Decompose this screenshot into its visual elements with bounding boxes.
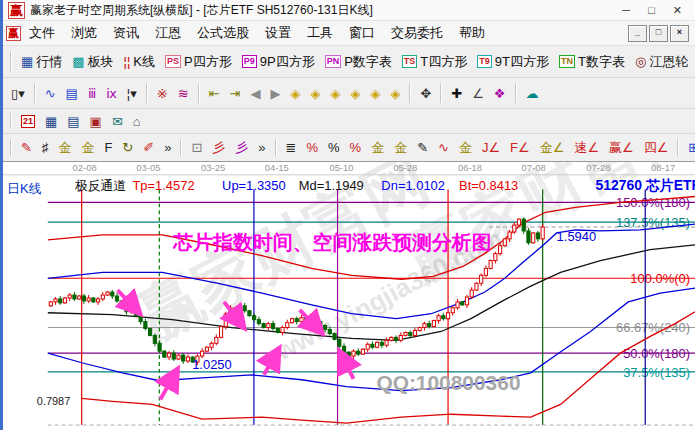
t-table-button[interactable]: TNT数字表	[554, 51, 630, 73]
grid-tool-button[interactable]: ♯	[37, 138, 54, 157]
diamond-left-button[interactable]: ◈	[285, 84, 305, 103]
current-price-label: 1.5940	[557, 229, 597, 244]
t9-square-button[interactable]: T99T四方形	[472, 51, 554, 73]
maximize-button[interactable]: □	[648, 4, 655, 17]
wave-tool-button[interactable]: ∿	[433, 138, 454, 157]
p-square-button[interactable]: PSP四方形	[160, 51, 237, 73]
candlestick	[342, 346, 345, 352]
mail-button[interactable]: ✉	[107, 112, 128, 131]
draw-overflow-button[interactable]: »	[159, 138, 176, 157]
gann-wheel-button[interactable]: ◎江恩轮	[630, 51, 693, 73]
low-price-label: 1.0250	[192, 357, 232, 372]
menu-item-7[interactable]: 窗口	[341, 22, 383, 44]
p-square-icon: PS	[165, 55, 181, 68]
last-page-button[interactable]: ⇥	[224, 84, 245, 103]
speed-angle-button[interactable]: 速∠	[569, 138, 604, 157]
gold-angle-button[interactable]: 金	[454, 138, 477, 157]
volume-profile-button[interactable]: ≋	[173, 84, 194, 103]
fan-red-icon: 彡	[212, 140, 225, 155]
close-button[interactable]: ✕	[673, 4, 682, 17]
gold-circle-button[interactable]: 金	[366, 138, 389, 157]
system-button[interactable]: ⌂	[128, 112, 146, 131]
calendar-button[interactable]: 21	[16, 113, 40, 130]
spiral-button[interactable]: ↻	[117, 138, 138, 157]
gold-line-button[interactable]: 金	[389, 138, 412, 157]
gold-line-icon: 金	[394, 140, 407, 155]
menu-item-5[interactable]: 设置	[257, 22, 299, 44]
candlestick	[399, 335, 402, 340]
angle-measure-icon: ∠	[472, 86, 484, 101]
menu-item-8[interactable]: 交易委托	[383, 22, 451, 44]
menu-item-6[interactable]: 工具	[299, 22, 341, 44]
cycle9-button[interactable]: ⅸ	[101, 84, 122, 103]
first-page-button[interactable]: ⇤	[204, 84, 225, 103]
minimize-button[interactable]: ─	[622, 4, 630, 17]
save-button[interactable]: ▣	[85, 112, 107, 131]
fan-overflow-button[interactable]: »	[253, 138, 270, 157]
candlestick	[352, 351, 355, 356]
diamond-left-icon: ◈	[290, 86, 300, 101]
diamond-compress-button[interactable]: ◈	[385, 84, 405, 103]
candlestick	[106, 292, 109, 295]
j-angle-button[interactable]: J∠	[477, 138, 505, 157]
menu-item-2[interactable]: 资讯	[105, 22, 147, 44]
angle-measure-button[interactable]: ∠	[467, 84, 489, 103]
f10-info-button[interactable]: ▤	[61, 84, 83, 103]
sectors-button[interactable]: ▩板块	[67, 51, 118, 73]
gold-angle2-button[interactable]: 金∠	[535, 138, 570, 157]
fan-red-button[interactable]: 彡	[207, 138, 230, 157]
pattern-search-button[interactable]: ∿	[40, 84, 61, 103]
diamond-right-button[interactable]: ◈	[305, 84, 325, 103]
draw-brush-button[interactable]: ✎	[16, 138, 37, 157]
gold-ladder2-button[interactable]: 金	[76, 138, 99, 157]
kline-style-button[interactable]: ▯▾	[6, 84, 30, 103]
four-angle-button[interactable]: 四∠	[639, 138, 674, 157]
kline-button[interactable]: ¦¦K线	[119, 51, 160, 73]
scale-tool-button[interactable]: ≣	[281, 138, 302, 157]
grid-blue-button[interactable]: ⊞	[683, 138, 695, 157]
cloud-lines-button[interactable]: ☁	[521, 84, 544, 103]
percent-button[interactable]: %	[323, 138, 345, 157]
marker-brush-button[interactable]: ✐	[138, 138, 159, 157]
gann-square-tool-button[interactable]: ⊡	[186, 138, 207, 157]
quotes-button[interactable]: ▦行情	[16, 51, 67, 73]
diamond-down-button[interactable]: ◈	[345, 84, 365, 103]
win-angle-button[interactable]: 赢∠	[604, 138, 639, 157]
pattern-red-button[interactable]: ※	[152, 84, 173, 103]
menu-item-1[interactable]: 浏览	[63, 22, 105, 44]
percent-line-button[interactable]: %	[345, 138, 367, 157]
gann-box-button[interactable]: ❖	[489, 84, 511, 103]
diamond-expand-button[interactable]: ◈	[365, 84, 385, 103]
menu-item-4[interactable]: 公式选股	[189, 22, 257, 44]
kline-chart-canvas[interactable]: 赢家财富网赢家财富网www.yingjia360.com150.0%(180)1…	[3, 162, 695, 430]
crosshair-button[interactable]: ✚	[446, 84, 467, 103]
f-angle-button[interactable]: F∠	[505, 138, 535, 157]
pen-tool-button[interactable]: ✎	[412, 138, 433, 157]
menu-item-3[interactable]: 江恩	[147, 22, 189, 44]
fan-purple-button[interactable]: 彡	[230, 138, 253, 157]
percent-retrace-button[interactable]: %	[301, 138, 323, 157]
candle-width-button[interactable]: ¦▾	[122, 84, 142, 103]
gold-ladder-button[interactable]: 金	[53, 138, 76, 157]
cycle3-button[interactable]: ⅲ	[83, 84, 101, 103]
toolbar-separator	[198, 83, 200, 103]
calculator-button[interactable]: ▦	[40, 112, 62, 131]
candlestick	[338, 339, 341, 346]
mdi-minimize-button[interactable]: _	[628, 25, 647, 42]
f-ladder-button[interactable]: F	[99, 138, 117, 157]
indicator-value: Dn=1.0102	[381, 178, 445, 193]
t-square-button[interactable]: TST四方形	[397, 51, 472, 73]
candlestick	[201, 351, 204, 356]
menu-item-0[interactable]: 文件	[21, 22, 63, 44]
menu-item-9[interactable]: 帮助	[451, 22, 493, 44]
diamond-up-button[interactable]: ◈	[325, 84, 345, 103]
candlestick	[480, 275, 483, 283]
next-page-button[interactable]: ▶	[265, 84, 285, 103]
p9-square-button[interactable]: P99P四方形	[237, 51, 320, 73]
prev-page-button[interactable]: ◀	[245, 84, 265, 103]
p-table-button[interactable]: PNP数字表	[320, 51, 397, 73]
notes-button[interactable]: ▤	[62, 112, 84, 131]
mdi-close-button[interactable]: ×	[670, 25, 689, 42]
pan-hand-button[interactable]: ✥	[415, 84, 436, 103]
mdi-restore-button[interactable]: □	[649, 25, 668, 42]
